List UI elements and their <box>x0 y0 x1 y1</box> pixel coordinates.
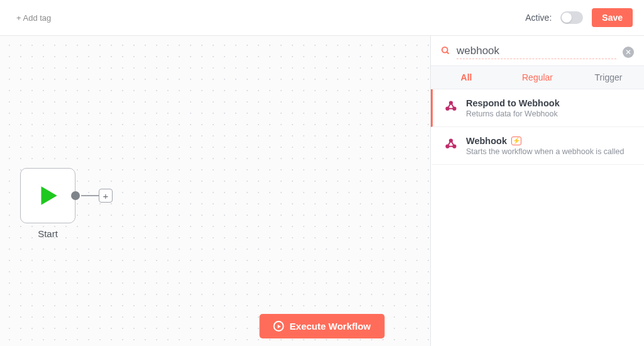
topbar: + Add tag Active: Save <box>0 0 644 35</box>
connector-line <box>81 195 99 196</box>
result-description: Returns data for Webhook <box>466 109 560 118</box>
add-node-button[interactable]: + <box>99 189 113 203</box>
add-tag-button[interactable]: + Add tag <box>16 13 51 23</box>
search-tabs: All Regular Trigger <box>431 65 644 89</box>
webhook-icon <box>444 99 458 113</box>
node-search-panel: ✕ All Regular Trigger <box>430 36 644 346</box>
result-description: Starts the workflow when a webhook is ca… <box>466 147 625 156</box>
main-area: + Start Execute Workflow ✕ All Regular T… <box>0 35 644 346</box>
result-title: Respond to Webhook <box>466 98 560 108</box>
search-row: ✕ <box>431 36 644 65</box>
result-title-text: Webhook <box>466 136 507 146</box>
start-node[interactable]: + <box>20 168 75 223</box>
play-circle-icon <box>274 321 284 332</box>
tab-all[interactable]: All <box>431 66 502 89</box>
result-text: Webhook ⚡ Starts the workflow when a web… <box>466 136 625 156</box>
trigger-badge-icon: ⚡ <box>511 137 521 145</box>
close-panel-button[interactable]: ✕ <box>623 47 634 58</box>
play-icon <box>35 182 61 209</box>
node-search-input[interactable] <box>457 45 616 59</box>
save-button[interactable]: Save <box>592 8 633 27</box>
result-title: Webhook ⚡ <box>466 136 625 146</box>
start-node-label: Start <box>20 228 75 239</box>
toggle-knob <box>562 13 572 23</box>
result-title-text: Respond to Webhook <box>466 98 560 108</box>
active-label: Active: <box>525 13 552 23</box>
result-text: Respond to Webhook Returns data for Webh… <box>466 98 560 118</box>
search-results: Respond to Webhook Returns data for Webh… <box>431 89 644 346</box>
svg-line-2 <box>447 52 448 53</box>
topbar-right: Active: Save <box>525 8 633 27</box>
result-item-respond-to-webhook[interactable]: Respond to Webhook Returns data for Webh… <box>431 89 644 127</box>
webhook-icon <box>444 137 458 151</box>
execute-workflow-label: Execute Workflow <box>290 321 371 332</box>
tab-trigger[interactable]: Trigger <box>573 66 644 89</box>
svg-point-1 <box>442 47 448 53</box>
start-node-group: + Start <box>20 168 75 239</box>
output-port[interactable] <box>71 191 80 200</box>
tab-regular[interactable]: Regular <box>502 66 573 89</box>
active-toggle[interactable] <box>560 11 583 24</box>
search-icon <box>441 46 450 58</box>
execute-workflow-button[interactable]: Execute Workflow <box>260 314 385 338</box>
svg-marker-0 <box>42 186 57 204</box>
result-item-webhook[interactable]: Webhook ⚡ Starts the workflow when a web… <box>431 127 644 165</box>
